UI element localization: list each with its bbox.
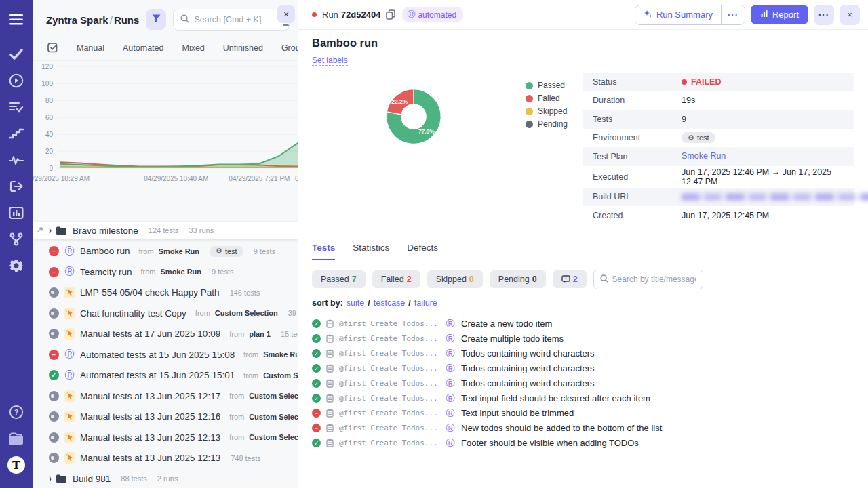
sort-by-testcase[interactable]: testcase bbox=[374, 298, 406, 308]
test-suite-path[interactable]: @first Create Todos... bbox=[339, 319, 439, 328]
help-icon[interactable]: ? bbox=[6, 402, 26, 422]
run-row[interactable]: Manual tests at 13 Jun 2025 12:16fromCus… bbox=[33, 408, 298, 426]
build-url-blurred[interactable] bbox=[682, 193, 868, 201]
run-row[interactable]: −ⓇAutomated tests at 15 Jun 2025 15:08fr… bbox=[33, 346, 298, 363]
test-row[interactable]: ✓@first Create Todos...ⓇTodos containing… bbox=[312, 346, 854, 361]
tab-groups[interactable]: Groups bbox=[281, 43, 298, 53]
test-name[interactable]: Text input field should be cleared after… bbox=[461, 393, 650, 403]
tab-manual[interactable]: Manual bbox=[77, 43, 104, 53]
folder-icon[interactable] bbox=[6, 428, 26, 449]
run-summary-more-button[interactable]: ··· bbox=[721, 5, 745, 24]
test-row[interactable]: ✓@first Create Todos...ⓇFooter should be… bbox=[312, 436, 854, 451]
test-row[interactable]: ✓@first Create Todos...ⓇCreate a new tod… bbox=[312, 317, 854, 331]
run-source[interactable]: Custom Selection bbox=[249, 433, 298, 441]
close-run-button[interactable]: × bbox=[840, 5, 860, 25]
filter-failed-button[interactable]: Failed2 bbox=[372, 270, 420, 288]
more-actions-button[interactable]: ··· bbox=[814, 5, 834, 25]
run-row[interactable]: −ⓇBamboo runfromSmoke Run⚙test9 tests bbox=[33, 243, 298, 260]
comments-filter-button[interactable]: 2 bbox=[553, 270, 587, 288]
run-row[interactable]: Manual tests at 17 Jun 2025 10:09frompla… bbox=[33, 325, 298, 343]
sign-in-icon[interactable] bbox=[6, 176, 26, 197]
test-row[interactable]: −@first Create Todos...ⓇText input shoul… bbox=[312, 406, 854, 421]
gear-icon[interactable] bbox=[6, 256, 26, 276]
sort-by-suite[interactable]: suite bbox=[347, 298, 364, 308]
test-name[interactable]: Create a new todo item bbox=[461, 319, 552, 329]
filter-skipped-button[interactable]: Skipped0 bbox=[427, 270, 483, 288]
breadcrumb-project[interactable]: Zyntra Spark bbox=[46, 14, 108, 26]
test-suite-path[interactable]: @first Create Todos... bbox=[339, 439, 439, 447]
bar-chart-icon[interactable] bbox=[6, 203, 26, 223]
tests-search-input[interactable] bbox=[612, 274, 696, 284]
filter-passed-button[interactable]: Passed7 bbox=[312, 270, 366, 288]
test-row[interactable]: −@first Create Todos...ⓇNew todos should… bbox=[312, 421, 854, 436]
run-source[interactable]: Custom Selection bbox=[263, 371, 298, 380]
run-row[interactable]: Chat functinality test CopyfromCustom Se… bbox=[33, 304, 298, 322]
run-source[interactable]: Custom Selection bbox=[249, 413, 298, 421]
tab-tests[interactable]: Tests bbox=[312, 243, 335, 260]
tab-statistics[interactable]: Statistics bbox=[353, 243, 389, 260]
panel-close-button[interactable]: × bbox=[277, 5, 295, 23]
test-suite-path[interactable]: @first Create Todos... bbox=[339, 379, 439, 388]
chevron-right-icon[interactable]: › bbox=[49, 224, 52, 237]
run-source[interactable]: Smoke Run bbox=[263, 350, 298, 359]
test-suite-path[interactable]: @first Create Todos... bbox=[339, 409, 439, 418]
list-check-icon[interactable] bbox=[6, 97, 26, 117]
branch-icon[interactable] bbox=[6, 229, 26, 249]
menu-icon[interactable] bbox=[6, 9, 26, 30]
run-row[interactable]: Manual tests at 13 Jun 2025 12:17fromCus… bbox=[33, 387, 298, 405]
tab-mixed[interactable]: Mixed bbox=[182, 43, 204, 53]
tab-automated[interactable]: Automated bbox=[123, 43, 163, 53]
activity-icon[interactable] bbox=[6, 150, 26, 170]
check-icon[interactable] bbox=[6, 44, 26, 64]
run-row[interactable]: Manual tests at 13 Jun 2025 12:13748 tes… bbox=[33, 449, 298, 467]
test-suite-path[interactable]: @first Create Todos... bbox=[339, 424, 439, 432]
run-row[interactable]: ✓ⓇAutomated tests at 15 Jun 2025 15:01fr… bbox=[33, 367, 298, 384]
test-row[interactable]: ✓@first Create Todos...ⓇTodos containing… bbox=[312, 361, 854, 376]
test-suite-path[interactable]: @first Create Todos... bbox=[339, 364, 439, 373]
chevron-right-icon[interactable]: › bbox=[49, 472, 52, 485]
app-logo[interactable]: T bbox=[6, 455, 26, 475]
runs-search[interactable] bbox=[173, 9, 290, 30]
run-summary-button[interactable]: Run Summary bbox=[635, 5, 721, 24]
set-labels-link[interactable]: Set labels bbox=[312, 56, 348, 66]
run-source[interactable]: Custom Selection bbox=[215, 309, 278, 317]
filter-button[interactable] bbox=[146, 9, 166, 30]
copy-run-id-button[interactable] bbox=[386, 9, 395, 20]
test-plan-link[interactable]: Smoke Run bbox=[682, 151, 726, 161]
panel-collapse-handle[interactable] bbox=[283, 24, 289, 26]
run-source[interactable]: Smoke Run bbox=[159, 247, 200, 256]
manual-run-icon bbox=[64, 308, 75, 319]
test-row[interactable]: ✓@first Create Todos...ⓇCreate multiple … bbox=[312, 331, 854, 346]
tab-defects[interactable]: Defects bbox=[407, 243, 438, 260]
filter-pending-button[interactable]: Pending0 bbox=[490, 270, 546, 288]
sort-by-failure[interactable]: failure bbox=[414, 298, 437, 308]
run-source[interactable]: plan 1 bbox=[249, 330, 271, 338]
run-source[interactable]: Custom Selection bbox=[249, 392, 298, 400]
test-name[interactable]: Create multiple todo items bbox=[461, 333, 564, 344]
test-name[interactable]: Todos containing weird characters bbox=[461, 363, 595, 373]
test-row[interactable]: ✓@first Create Todos...ⓇTodos containing… bbox=[312, 376, 854, 391]
run-row[interactable]: −ⓇTeamcity runfromSmoke Run9 tests bbox=[33, 263, 298, 281]
run-folder-row[interactable]: ›Bravo milestone124 tests33 runs bbox=[33, 222, 298, 239]
run-folder-row[interactable]: ›Build 98188 tests2 runs bbox=[33, 470, 298, 487]
runs-search-input[interactable] bbox=[194, 15, 282, 24]
test-name[interactable]: Todos containing weird characters bbox=[461, 348, 595, 359]
run-row[interactable]: Manual tests at 13 Jun 2025 12:13fromCus… bbox=[33, 428, 298, 446]
test-suite-path[interactable]: @first Create Todos... bbox=[339, 334, 439, 343]
test-suite-path[interactable]: @first Create Todos... bbox=[339, 349, 439, 358]
test-name[interactable]: Text input should be trimmed bbox=[461, 408, 574, 418]
play-circle-icon[interactable] bbox=[6, 70, 26, 91]
test-name[interactable]: Todos containing weird characters bbox=[461, 378, 595, 388]
tab-unfinished[interactable]: Unfinished bbox=[223, 43, 263, 53]
test-name[interactable]: Footer should be visible when adding TOD… bbox=[461, 438, 639, 448]
tests-search[interactable] bbox=[593, 270, 703, 289]
select-all-icon[interactable] bbox=[47, 43, 58, 54]
run-source[interactable]: Smoke Run bbox=[161, 268, 202, 276]
test-suite-path[interactable]: @first Create Todos... bbox=[339, 394, 439, 403]
test-row[interactable]: ✓@first Create Todos...ⓇText input field… bbox=[312, 391, 854, 406]
report-button[interactable]: Report bbox=[751, 5, 808, 24]
test-name[interactable]: New todos should be added to the bottom … bbox=[461, 423, 662, 433]
automated-badge[interactable]: Ⓡautomated bbox=[402, 7, 463, 22]
steps-icon[interactable] bbox=[6, 123, 26, 144]
run-row[interactable]: LMP-554 05/04 check Happy Path146 tests bbox=[33, 284, 298, 302]
